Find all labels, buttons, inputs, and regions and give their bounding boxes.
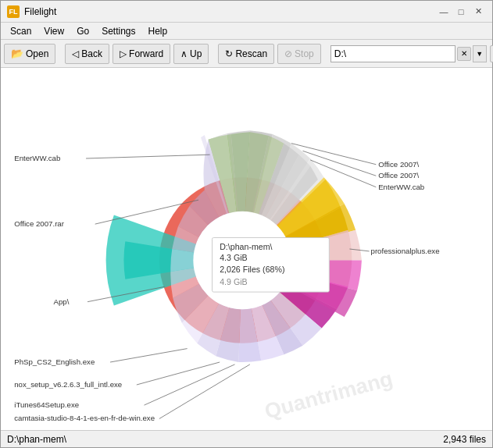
close-button[interactable]: ✕ <box>470 5 486 19</box>
rescan-icon: ↻ <box>225 48 233 59</box>
back-label: Back <box>81 48 102 59</box>
svg-text:D:\phan-mem\: D:\phan-mem\ <box>220 242 272 251</box>
stop-icon: ⊘ <box>284 48 292 59</box>
status-path: D:\phan-mem\ <box>7 434 66 445</box>
main-content: D:\phan-mem\ 4.3 GiB 2,026 Files (68%) 4… <box>1 68 492 430</box>
svg-text:EnterWW.cab: EnterWW.cab <box>378 183 424 191</box>
up-button[interactable]: ∧ Up <box>173 44 209 64</box>
svg-text:Office 2007\: Office 2007\ <box>378 160 419 169</box>
back-button[interactable]: ◁ Back <box>65 44 109 64</box>
open-label: Open <box>26 48 48 59</box>
svg-text:iTunes64Setup.exe: iTunes64Setup.exe <box>14 400 79 409</box>
address-dropdown-button[interactable]: ▼ <box>473 45 487 62</box>
menu-help[interactable]: Help <box>142 24 174 37</box>
forward-button[interactable]: ▷ Forward <box>113 44 170 64</box>
forward-icon: ▷ <box>120 48 127 59</box>
back-icon: ◁ <box>72 48 79 59</box>
address-bar: ✕ ▼ <box>330 45 487 62</box>
rescan-button[interactable]: ↻ Rescan <box>218 44 274 64</box>
minimize-button[interactable]: — <box>436 5 452 19</box>
title-bar: FL Filelight — □ ✕ <box>1 1 492 23</box>
menu-bar: Scan View Go Settings Help <box>1 23 492 40</box>
go-button[interactable]: Go <box>490 45 493 62</box>
folder-icon: 📂 <box>11 48 23 59</box>
svg-text:nox_setup_v6.2.6.3_full_intl.e: nox_setup_v6.2.6.3_full_intl.exe <box>14 380 122 389</box>
toolbar: 📂 Open ◁ Back ▷ Forward ∧ Up ↻ Rescan ⊘ … <box>1 40 492 68</box>
status-files: 2,943 files <box>443 434 486 445</box>
svg-text:4.9 GiB: 4.9 GiB <box>220 277 247 286</box>
svg-text:PhSp_CS2_English.exe: PhSp_CS2_English.exe <box>14 357 95 366</box>
open-button[interactable]: 📂 Open <box>4 44 55 64</box>
svg-text:App\: App\ <box>54 297 70 306</box>
menu-settings[interactable]: Settings <box>95 24 141 37</box>
window-title: Filelight <box>24 6 56 17</box>
stop-button[interactable]: ⊘ Stop <box>277 44 321 64</box>
maximize-button[interactable]: □ <box>453 5 469 19</box>
up-label: Up <box>190 48 202 59</box>
menu-go[interactable]: Go <box>70 24 95 37</box>
svg-text:EnterWW.cab: EnterWW.cab <box>14 154 60 162</box>
svg-text:Office 2007.rar: Office 2007.rar <box>14 219 64 228</box>
disk-chart[interactable]: D:\phan-mem\ 4.3 GiB 2,026 Files (68%) 4… <box>1 68 492 430</box>
svg-text:4.3 GiB: 4.3 GiB <box>220 253 247 262</box>
status-bar: D:\phan-mem\ 2,943 files <box>1 430 492 447</box>
up-icon: ∧ <box>180 48 188 59</box>
menu-view[interactable]: View <box>38 24 70 37</box>
rescan-label: Rescan <box>235 48 267 59</box>
address-clear-button[interactable]: ✕ <box>457 47 471 61</box>
svg-text:Office 2007\: Office 2007\ <box>378 171 419 180</box>
stop-label: Stop <box>295 48 314 59</box>
title-bar-left: FL Filelight <box>7 5 56 18</box>
app-icon-text: FL <box>9 8 18 16</box>
svg-text:professionalplus.exe: professionalplus.exe <box>371 247 440 255</box>
title-controls: — □ ✕ <box>436 5 486 19</box>
app-icon: FL <box>7 5 20 18</box>
main-window: FL Filelight — □ ✕ Scan View Go Settings… <box>0 0 493 448</box>
svg-text:2,026 Files (68%): 2,026 Files (68%) <box>220 265 284 274</box>
menu-scan[interactable]: Scan <box>4 24 38 37</box>
address-input[interactable] <box>330 45 455 62</box>
svg-text:camtasia-studio-8-4-1-es-en-fr: camtasia-studio-8-4-1-es-en-fr-de-win.ex… <box>14 414 155 422</box>
forward-label: Forward <box>129 48 163 59</box>
